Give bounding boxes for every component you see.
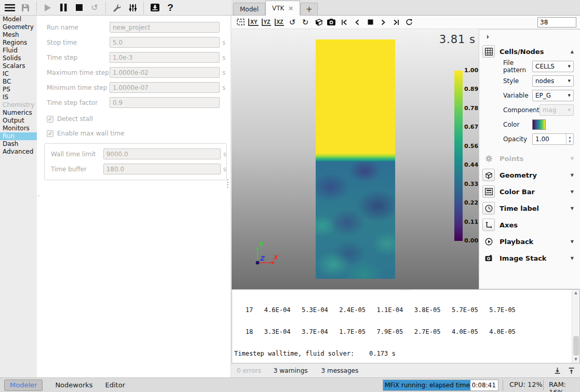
first-frame-button[interactable] bbox=[338, 17, 350, 28]
section-points[interactable]: Points ▼ bbox=[482, 152, 580, 165]
mode-tab-editor[interactable]: Editor bbox=[105, 381, 125, 389]
enable-max-wall-time-checkbox[interactable]: ✓ bbox=[47, 130, 53, 137]
next-frame-button[interactable] bbox=[377, 17, 389, 28]
tab-model[interactable]: Model bbox=[233, 3, 265, 15]
nav-item-advanced[interactable]: Advanced bbox=[0, 148, 37, 156]
section-geometry[interactable]: Geometry ▼ bbox=[482, 169, 580, 181]
section-color-bar[interactable]: Color Bar ▼ bbox=[482, 185, 580, 198]
collapse-arrow-icon[interactable]: ▼ bbox=[571, 190, 574, 194]
section-axes[interactable]: Axes bbox=[482, 219, 580, 231]
color-bar-icon[interactable] bbox=[482, 185, 495, 198]
solver-console[interactable]: ······ 17 4.6E-04 5.3E-04 2.4E-05 1.1E-0… bbox=[232, 289, 580, 363]
collapse-arrow-icon[interactable]: ▼ bbox=[571, 256, 574, 261]
section-image-stack[interactable]: Image Stack ▼ bbox=[482, 252, 580, 264]
time-buffer-input[interactable] bbox=[103, 164, 221, 174]
scroll-up-icon[interactable]: ▲ bbox=[572, 290, 579, 296]
console-scrollbar[interactable]: ▲ ▼ bbox=[572, 290, 579, 363]
nav-item-regions[interactable]: Regions bbox=[0, 39, 37, 47]
detect-stall-checkbox[interactable]: ✓ bbox=[47, 116, 53, 123]
rotate-left-button[interactable]: ↺ bbox=[286, 17, 299, 28]
nav-item-numerics[interactable]: Numerics bbox=[0, 109, 37, 117]
tab-vtk[interactable]: VTK × bbox=[265, 1, 300, 16]
colormap-swatch-button[interactable] bbox=[532, 119, 546, 130]
menu-button[interactable] bbox=[3, 1, 17, 15]
tab-new-button[interactable]: + bbox=[300, 3, 318, 15]
scrollbar-thumb[interactable] bbox=[573, 336, 579, 356]
clock-icon[interactable] bbox=[482, 202, 495, 214]
variable-select[interactable]: EP_G ▼ bbox=[532, 90, 574, 101]
time-step-input[interactable] bbox=[110, 52, 220, 63]
spinner-arrows[interactable]: ▲ ▼ bbox=[566, 134, 573, 144]
vertical-splitter[interactable] bbox=[227, 179, 228, 190]
reset-button[interactable]: ↺ bbox=[87, 1, 102, 15]
nav-item-output[interactable]: Output bbox=[0, 117, 37, 125]
export-button[interactable] bbox=[147, 1, 162, 15]
save-button[interactable] bbox=[18, 1, 33, 15]
tab-close-icon[interactable]: × bbox=[288, 5, 293, 11]
stop-playback-button[interactable] bbox=[364, 17, 376, 28]
collapse-arrow-icon[interactable]: ▼ bbox=[571, 173, 574, 178]
errors-count[interactable]: 0 errors bbox=[237, 367, 261, 374]
nav-item-is[interactable]: IS bbox=[0, 93, 37, 101]
grid-icon[interactable] bbox=[482, 45, 495, 58]
panel-collapse-handle[interactable]: ‹ bbox=[37, 192, 39, 199]
help-button[interactable]: ? bbox=[163, 1, 178, 15]
nav-item-ic[interactable]: IC bbox=[0, 70, 37, 78]
prev-frame-button[interactable] bbox=[351, 17, 363, 28]
collapse-arrow-icon[interactable]: ▼ bbox=[571, 206, 574, 211]
time-step-factor-input[interactable] bbox=[110, 97, 220, 108]
mode-tab-nodeworks[interactable]: Nodeworks bbox=[55, 381, 92, 389]
axes-icon[interactable] bbox=[482, 219, 495, 231]
view-xy-button[interactable]: XY bbox=[247, 17, 260, 28]
messages-count[interactable]: 3 messages bbox=[321, 367, 359, 374]
nav-item-run[interactable]: Run bbox=[0, 132, 37, 140]
view-yz-button[interactable]: YZ bbox=[260, 17, 273, 28]
style-select[interactable]: nodes ▼ bbox=[532, 75, 574, 87]
frame-number-input[interactable] bbox=[537, 17, 576, 28]
panel-expand-button[interactable]: › bbox=[482, 32, 493, 41]
last-frame-button[interactable] bbox=[390, 17, 402, 28]
view-xz-button[interactable]: XZ bbox=[273, 17, 286, 28]
section-cells-nodes[interactable]: Cells/Nodes ▲ bbox=[482, 45, 580, 58]
max-time-step-input[interactable] bbox=[110, 67, 220, 78]
run-name-input[interactable] bbox=[110, 22, 220, 33]
geometry-icon[interactable] bbox=[482, 169, 495, 181]
min-time-step-input[interactable] bbox=[110, 82, 220, 93]
nav-item-ps[interactable]: PS bbox=[0, 86, 37, 93]
collapse-arrow-icon[interactable]: ▲ bbox=[571, 49, 574, 54]
horizontal-splitter[interactable]: ······ bbox=[400, 288, 412, 293]
snapshot-button[interactable] bbox=[325, 17, 338, 28]
nav-item-fluid[interactable]: Fluid bbox=[0, 47, 37, 55]
opacity-spinbox[interactable]: 1.00 ▲ ▼ bbox=[532, 133, 574, 145]
stop-button[interactable] bbox=[72, 1, 86, 15]
rotate-right-button[interactable]: ↻ bbox=[299, 17, 312, 28]
nav-item-model[interactable]: Model bbox=[0, 16, 37, 23]
scroll-down-icon[interactable]: ▼ bbox=[572, 356, 579, 363]
perspective-button[interactable] bbox=[312, 17, 325, 28]
scroll-to-bottom-icon[interactable] bbox=[554, 367, 561, 374]
stop-time-input[interactable] bbox=[110, 37, 220, 48]
scroll-to-top-icon[interactable] bbox=[568, 367, 575, 374]
nav-item-bc[interactable]: BC bbox=[0, 78, 37, 86]
file-pattern-select[interactable]: CELLS ▼ bbox=[532, 61, 574, 72]
loop-playback-button[interactable] bbox=[403, 17, 415, 28]
wall-time-limit-input[interactable] bbox=[103, 148, 221, 159]
reset-view-button[interactable] bbox=[234, 17, 247, 28]
build-button[interactable] bbox=[110, 1, 124, 15]
nav-item-monitors[interactable]: Monitors bbox=[0, 125, 37, 132]
pause-button[interactable] bbox=[56, 1, 71, 15]
spin-down-icon[interactable]: ▼ bbox=[569, 140, 571, 143]
collapse-arrow-icon[interactable]: ▼ bbox=[571, 239, 574, 244]
settings-button[interactable] bbox=[125, 1, 140, 15]
section-time-label[interactable]: Time label ▼ bbox=[482, 202, 580, 214]
nav-item-geometry[interactable]: Geometry bbox=[0, 23, 37, 31]
nav-item-solids[interactable]: Solids bbox=[0, 55, 37, 62]
vtk-render-view[interactable]: 3.81 s 1.00 0.89 0.78 0.67 0.56 0.44 0.3… bbox=[232, 29, 479, 289]
run-button[interactable] bbox=[41, 1, 55, 15]
spin-up-icon[interactable]: ▲ bbox=[569, 136, 571, 139]
nav-item-dash[interactable]: Dash bbox=[0, 140, 37, 148]
nav-item-mesh[interactable]: Mesh bbox=[0, 31, 37, 39]
mode-tab-modeler[interactable]: Modeler bbox=[4, 380, 43, 391]
nav-item-scalars[interactable]: Scalars bbox=[0, 62, 37, 70]
warnings-count[interactable]: 3 warnings bbox=[274, 367, 308, 374]
